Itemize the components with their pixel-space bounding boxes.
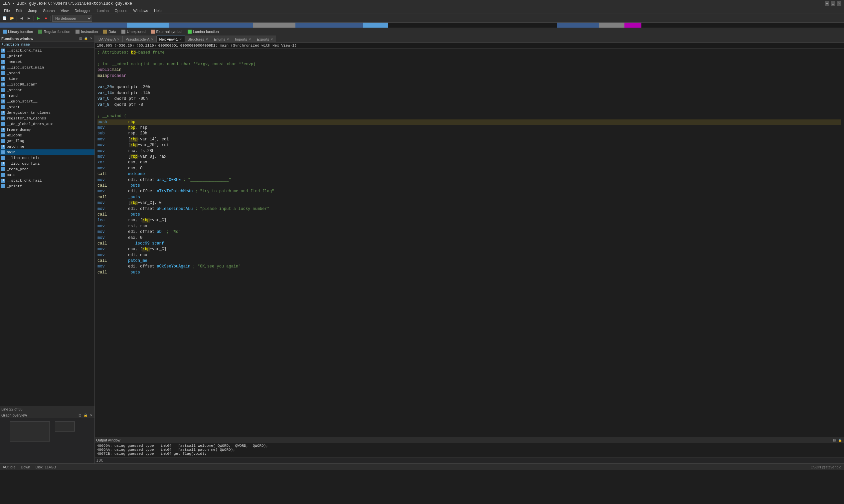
function-item[interactable]: Fputs	[0, 172, 94, 178]
tab-structures[interactable]: Structures✕	[185, 36, 211, 42]
function-item[interactable]: Fframe_dummy	[0, 127, 94, 132]
nav-seg-8	[557, 23, 599, 28]
functions-list[interactable]: F__stack_chk_failF_printfF_memsetF__libc…	[0, 48, 94, 406]
tab-label: Exports	[257, 37, 269, 41]
function-item[interactable]: F__libc_csu_init	[0, 155, 94, 161]
output-lock-button[interactable]: 🔒	[837, 438, 843, 442]
function-icon: F	[1, 111, 5, 115]
code-mov-rsi-rax: movrsi, rax	[97, 223, 841, 229]
function-item[interactable]: F_term_proc	[0, 166, 94, 172]
function-item[interactable]: F__gmon_start__	[0, 98, 94, 104]
tab-hexview1[interactable]: Hex View-1✕	[157, 36, 185, 42]
code-area[interactable]: ; Attributes: bp-based frame ; int __cde…	[95, 49, 844, 437]
function-item[interactable]: F_printf	[0, 183, 94, 189]
open-button[interactable]: 📂	[8, 15, 15, 22]
titlebar-controls: ─ □ ✕	[825, 1, 841, 6]
function-item[interactable]: F_strcat	[0, 87, 94, 93]
function-item[interactable]: F_printf	[0, 53, 94, 59]
function-icon: F	[1, 49, 5, 53]
code-mov-asc: movedi, offset asc_400BFE ; "___________…	[97, 177, 841, 183]
graph-overview-controls: ⊡ 🔒 ✕	[78, 413, 93, 417]
graph-canvas	[0, 418, 94, 463]
functions-lock-button[interactable]: 🔒	[83, 37, 89, 40]
function-item[interactable]: Fpatch_me	[0, 144, 94, 149]
menu-item-jump[interactable]: Jump	[25, 8, 40, 13]
function-name: __libc_start_main	[7, 66, 44, 70]
tab-close-button[interactable]: ✕	[227, 38, 229, 41]
menu-item-lumina[interactable]: Lumina	[94, 8, 111, 13]
tab-exports[interactable]: Exports✕	[254, 36, 276, 42]
left-panel: Functions window ⊡ 🔒 ✕ Function name F__…	[0, 35, 95, 463]
graph-float-button[interactable]: ⊡	[78, 414, 82, 417]
run-button[interactable]: ▶	[35, 15, 42, 22]
function-item[interactable]: F_rand	[0, 93, 94, 98]
code-mov-edi-eax: movedi, eax	[97, 252, 841, 258]
function-item[interactable]: Fmain	[0, 149, 94, 155]
output-float-button[interactable]: ⊡	[832, 438, 836, 442]
function-item[interactable]: Fregister_tm_clones	[0, 115, 94, 121]
menu-item-help[interactable]: Help	[151, 8, 164, 13]
tab-close-button[interactable]: ✕	[179, 38, 182, 41]
stop-button[interactable]: ■	[42, 15, 49, 22]
forward-button[interactable]: ▶	[25, 15, 32, 22]
function-name: __libc_csu_fini	[7, 162, 40, 166]
graph-lock-button[interactable]: 🔒	[83, 414, 88, 417]
function-icon: F	[1, 71, 5, 75]
nav-seg-10	[625, 23, 641, 28]
function-item[interactable]: F__isoc99_scanf	[0, 82, 94, 87]
function-item[interactable]: F__do_global_dtors_aux	[0, 121, 94, 127]
back-button[interactable]: ◀	[18, 15, 25, 22]
maximize-button[interactable]: □	[831, 1, 836, 6]
code-call-scanf: call___isoc99_scanf	[97, 241, 841, 247]
tab-enums[interactable]: Enums✕	[211, 36, 232, 42]
function-item[interactable]: Fderegister_tm_clones	[0, 110, 94, 115]
code-blank-3	[97, 108, 841, 113]
tab-idaviewa[interactable]: IDA View-A✕	[95, 36, 123, 42]
code-mov-var14-edi: mov[rbp+var_14], edi	[97, 137, 841, 142]
functions-close-button[interactable]: ✕	[89, 37, 93, 40]
function-item[interactable]: F_srand	[0, 70, 94, 76]
tab-close-button[interactable]: ✕	[270, 38, 273, 41]
tab-pseudocodea[interactable]: Pseudocode-A✕	[123, 36, 156, 42]
function-name: _term_proc	[7, 167, 29, 171]
tab-imports[interactable]: Imports✕	[232, 36, 254, 42]
functions-float-button[interactable]: ⊡	[78, 37, 83, 40]
close-button[interactable]: ✕	[837, 1, 841, 6]
output-input-row[interactable]: IDC	[95, 457, 844, 463]
function-item[interactable]: F_start	[0, 104, 94, 110]
legend-library: Library function	[3, 30, 33, 34]
menu-item-windows[interactable]: Windows	[130, 8, 151, 13]
tab-close-button[interactable]: ✕	[249, 38, 251, 41]
debugger-select[interactable]: No debugger	[52, 15, 92, 22]
function-item[interactable]: Fget_flag	[0, 138, 94, 144]
graph-close-button[interactable]: ✕	[89, 414, 93, 417]
main-layout: Functions window ⊡ 🔒 ✕ Function name F__…	[0, 35, 844, 463]
code-header-1: ; Attributes: bp-based frame	[97, 50, 841, 56]
function-item[interactable]: F__libc_start_main	[0, 65, 94, 70]
tab-close-button[interactable]: ✕	[151, 38, 154, 41]
legend-lumina-color	[187, 30, 192, 34]
code-mov-eax-varC: moveax, [rbp+var_C]	[97, 247, 841, 252]
line-count: Line 22 of 36	[0, 406, 94, 412]
menu-item-debugger[interactable]: Debugger	[72, 8, 93, 13]
menu-item-options[interactable]: Options	[112, 8, 130, 13]
function-item[interactable]: F__stack_chk_fail	[0, 178, 94, 183]
tab-close-button[interactable]: ✕	[205, 38, 208, 41]
menu-item-view[interactable]: View	[58, 8, 71, 13]
nav-seg-2	[127, 23, 169, 28]
function-item[interactable]: F_memset	[0, 59, 94, 65]
output-input[interactable]	[105, 459, 843, 463]
function-name: get_flag	[7, 139, 24, 143]
function-item[interactable]: F__libc_csu_fini	[0, 161, 94, 166]
menu-item-file[interactable]: File	[1, 8, 13, 13]
new-button[interactable]: 📄	[1, 15, 8, 22]
function-item[interactable]: F_time	[0, 76, 94, 82]
code-mov-rbp-rsp: movrbp, rsp	[97, 125, 841, 131]
menu-item-search[interactable]: Search	[40, 8, 57, 13]
menu-item-edit[interactable]: Edit	[13, 8, 25, 13]
function-item[interactable]: F__stack_chk_fail	[0, 48, 94, 53]
minimize-button[interactable]: ─	[825, 1, 829, 6]
function-icon: F	[1, 66, 5, 70]
function-item[interactable]: Fwelcome	[0, 132, 94, 138]
tab-close-button[interactable]: ✕	[117, 38, 120, 41]
